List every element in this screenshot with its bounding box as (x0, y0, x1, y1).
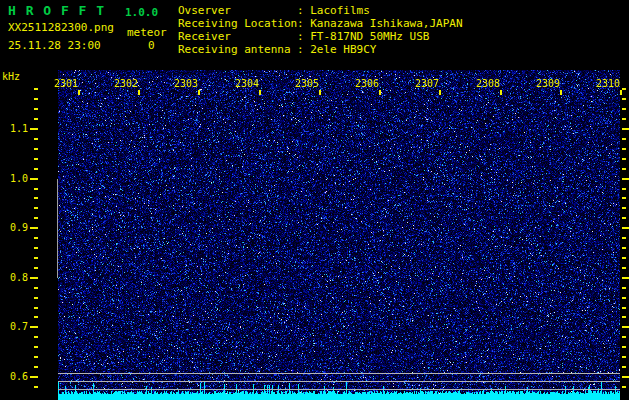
freq-major-tick (30, 227, 38, 229)
time-tick (198, 90, 200, 95)
freq-minor-tick (34, 366, 38, 368)
freq-minor-tick-right (622, 158, 626, 160)
time-tick (78, 90, 80, 95)
freq-minor-tick-right (622, 98, 626, 100)
freq-minor-tick-right (622, 118, 626, 120)
freq-minor-tick (34, 316, 38, 318)
freq-minor-tick-right (622, 237, 626, 239)
time-tick (560, 90, 562, 95)
time-axis-label: 2302 (112, 79, 138, 89)
station-info-block: Ovserver: LacofilmsReceiving Location: K… (178, 4, 463, 56)
freq-minor-tick (34, 168, 38, 170)
freq-major-tick-right (622, 376, 629, 378)
station-info-value: : FT-817ND 50MHz USB (297, 30, 429, 43)
freq-minor-tick-right (622, 366, 626, 368)
freq-minor-tick (34, 88, 38, 90)
reference-line (58, 373, 620, 374)
time-tick (439, 90, 441, 95)
time-tick (138, 90, 140, 95)
freq-minor-tick-right (622, 267, 626, 269)
detection-band-marker (57, 179, 58, 278)
freq-minor-tick (34, 297, 38, 299)
freq-minor-tick-right (622, 138, 626, 140)
freq-minor-tick (34, 346, 38, 348)
freq-major-tick (30, 178, 38, 180)
freq-minor-tick (34, 118, 38, 120)
freq-major-tick (30, 128, 38, 130)
station-info-value: : Kanazawa Ishikawa,JAPAN (297, 17, 463, 30)
app-title: H R O F F T (8, 3, 105, 18)
station-info-label: Receiver (178, 30, 297, 43)
time-axis-label: 2307 (413, 79, 439, 89)
freq-major-tick-right (622, 227, 629, 229)
time-axis-label: 2306 (353, 79, 379, 89)
app-window: H R O F F T 1.0.0 XX2511282300.png meteo… (0, 0, 629, 400)
freq-minor-tick-right (622, 346, 626, 348)
time-axis-label: 2303 (172, 79, 198, 89)
freq-minor-tick-right (622, 207, 626, 209)
freq-minor-tick (34, 247, 38, 249)
freq-minor-tick-right (622, 88, 626, 90)
station-info-label: Receiving antenna (178, 43, 297, 56)
station-info-row: Receiving Location: Kanazawa Ishikawa,JA… (178, 17, 463, 30)
freq-minor-tick-right (622, 356, 626, 358)
freq-axis-label: 0.8 (0, 273, 28, 283)
time-axis-label: 2308 (474, 79, 500, 89)
freq-axis-label: 0.6 (0, 372, 28, 382)
station-info-value: : 2ele HB9CY (297, 43, 376, 56)
station-info-row: Ovserver: Lacofilms (178, 4, 463, 17)
freq-minor-tick-right (622, 287, 626, 289)
output-filename: XX2511282300.png (8, 21, 114, 34)
reference-line (58, 381, 620, 382)
freq-minor-tick (34, 336, 38, 338)
freq-minor-tick (34, 307, 38, 309)
freq-minor-tick-right (622, 197, 626, 199)
freq-minor-tick (34, 158, 38, 160)
freq-minor-tick (34, 356, 38, 358)
time-axis-label: 2305 (293, 79, 319, 89)
time-axis-label: 2309 (534, 79, 560, 89)
freq-major-tick-right (622, 178, 629, 180)
freq-major-tick (30, 326, 38, 328)
reference-line (58, 389, 620, 390)
freq-minor-tick (34, 197, 38, 199)
freq-minor-tick-right (622, 148, 626, 150)
time-tick (500, 90, 502, 95)
freq-minor-tick-right (622, 217, 626, 219)
freq-minor-tick (34, 108, 38, 110)
freq-minor-tick-right (622, 336, 626, 338)
station-info-label: Ovserver (178, 4, 297, 17)
freq-axis-label: 1.0 (0, 174, 28, 184)
freq-minor-tick-right (622, 108, 626, 110)
observation-timestamp: 25.11.28 23:00 (8, 39, 101, 52)
freq-minor-tick (34, 386, 38, 388)
time-axis-label: 2304 (233, 79, 259, 89)
freq-minor-tick (34, 138, 38, 140)
freq-major-tick-right (622, 128, 629, 130)
freq-minor-tick (34, 98, 38, 100)
freq-minor-tick (34, 207, 38, 209)
freq-minor-tick-right (622, 307, 626, 309)
station-info-value: : Lacofilms (297, 4, 370, 17)
station-info-row: Receiving antenna: 2ele HB9CY (178, 43, 463, 56)
freq-major-tick (30, 277, 38, 279)
time-axis-label: 2310 (594, 79, 620, 89)
freq-minor-tick (34, 257, 38, 259)
freq-axis-label: 0.9 (0, 223, 28, 233)
freq-minor-tick (34, 237, 38, 239)
freq-minor-tick (34, 217, 38, 219)
time-tick (379, 90, 381, 95)
freq-minor-tick-right (622, 297, 626, 299)
station-info-label: Receiving Location (178, 17, 297, 30)
meteor-count: 0 (148, 39, 155, 52)
mode-label: meteor (127, 26, 167, 39)
freq-minor-tick-right (622, 188, 626, 190)
freq-axis-label: 1.1 (0, 124, 28, 134)
freq-major-tick-right (622, 326, 629, 328)
time-tick (620, 90, 622, 95)
time-axis-label: 2301 (52, 79, 78, 89)
freq-minor-tick (34, 287, 38, 289)
time-tick (259, 90, 261, 95)
app-version: 1.0.0 (125, 6, 158, 19)
freq-minor-tick-right (622, 386, 626, 388)
